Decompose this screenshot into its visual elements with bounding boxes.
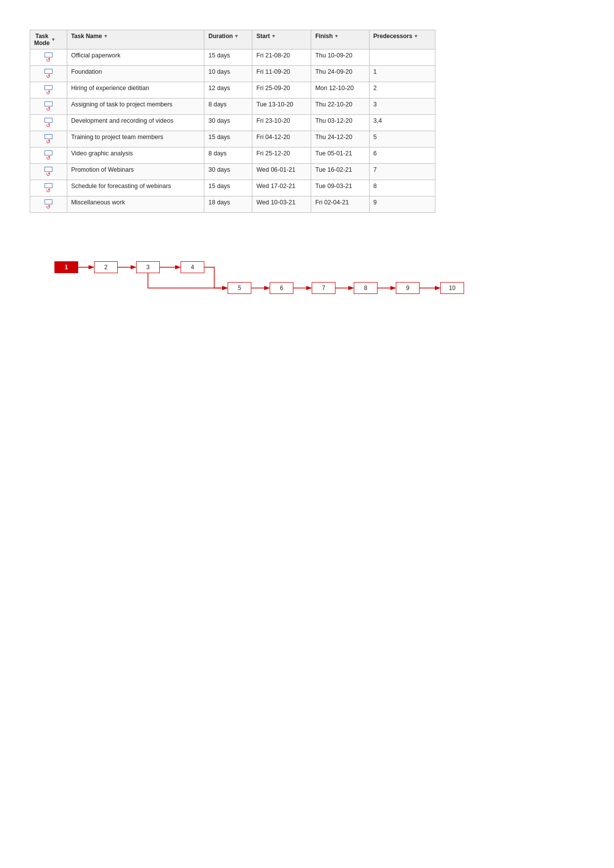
network-node-9: 9: [396, 282, 420, 294]
task-icon-arrow: ↺: [46, 74, 50, 79]
start-dropdown-icon[interactable]: ▼: [272, 34, 276, 39]
predecessors-dropdown-icon[interactable]: ▼: [414, 34, 418, 39]
start-cell: Fri 25-09-20: [252, 82, 311, 98]
duration-cell: 30 days: [204, 115, 252, 131]
task-name-cell: Foundation: [67, 66, 204, 82]
task-icon-arrow: ↺: [46, 90, 50, 96]
col-header-finish[interactable]: Finish ▼: [311, 30, 369, 49]
task-mode-cell: ↺: [30, 180, 67, 196]
network-node-4: 4: [181, 261, 204, 273]
duration-dropdown-icon[interactable]: ▼: [235, 34, 239, 39]
task-mode-cell: ↺: [30, 131, 67, 147]
duration-cell: 12 days: [204, 82, 252, 98]
duration-cell: 15 days: [204, 131, 252, 147]
task-icon-box: [45, 150, 52, 155]
start-label: Start: [256, 33, 270, 40]
task-mode-icon: ↺: [43, 52, 54, 63]
finish-cell: Mon 12-10-20: [311, 82, 369, 98]
duration-cell: 15 days: [204, 180, 252, 196]
task-name-cell: Miscellaneous work: [67, 196, 204, 213]
task-mode-icon: ↺: [43, 85, 54, 96]
finish-cell: Thu 03-12-20: [311, 115, 369, 131]
predecessors-cell: 3,4: [369, 115, 435, 131]
network-node-6: 6: [270, 282, 293, 294]
finish-cell: Thu 24-12-20: [311, 131, 369, 147]
col-header-duration[interactable]: Duration ▼: [204, 30, 252, 49]
network-node-2: 2: [94, 261, 118, 273]
task-icon-box: [45, 52, 52, 57]
task-mode-label: TaskMode: [34, 33, 49, 47]
predecessors-cell: 6: [369, 147, 435, 164]
start-cell: Wed 17-02-21: [252, 180, 311, 196]
network-node-8: 8: [354, 282, 378, 294]
gantt-table: TaskMode ▼ Task Name ▼ Duration ▼ Start: [30, 30, 435, 213]
table-row: ↺ Training to project team members15 day…: [30, 131, 435, 147]
table-row: ↺ Miscellaneous work18 daysWed 10-03-21F…: [30, 196, 435, 213]
network-diagram: 12345678910: [49, 242, 495, 307]
start-cell: Fri 21-08-20: [252, 49, 311, 66]
start-cell: Wed 06-01-21: [252, 164, 311, 180]
task-name-cell: Hiring of experience dietitian: [67, 82, 204, 98]
duration-cell: 15 days: [204, 49, 252, 66]
task-mode-icon: ↺: [43, 101, 54, 112]
task-name-label: Task Name: [71, 33, 102, 40]
task-mode-icon: ↺: [43, 134, 54, 145]
table-row: ↺ Foundation10 daysFri 11-09-20Thu 24-09…: [30, 66, 435, 82]
task-mode-dropdown-icon[interactable]: ▼: [51, 37, 55, 42]
task-name-dropdown-icon[interactable]: ▼: [103, 34, 108, 39]
task-icon-box: [45, 134, 52, 139]
task-mode-cell: ↺: [30, 115, 67, 131]
predecessors-cell: 7: [369, 164, 435, 180]
col-header-predecessors[interactable]: Predecessors ▼: [369, 30, 435, 49]
start-cell: Fri 04-12-20: [252, 131, 311, 147]
task-icon-arrow: ↺: [46, 106, 50, 112]
table-row: ↺ Hiring of experience dietitian12 daysF…: [30, 82, 435, 98]
task-name-cell: Promotion of Webinars: [67, 164, 204, 180]
network-node-1: 1: [54, 261, 78, 273]
task-icon-arrow: ↺: [46, 139, 50, 145]
task-mode-cell: ↺: [30, 164, 67, 180]
predecessors-cell: 5: [369, 131, 435, 147]
duration-label: Duration: [208, 33, 233, 40]
finish-cell: Fri 02-04-21: [311, 196, 369, 213]
start-cell: Fri 11-09-20: [252, 66, 311, 82]
duration-cell: 30 days: [204, 164, 252, 180]
table-row: ↺ Development and recording of videos30 …: [30, 115, 435, 131]
duration-cell: 18 days: [204, 196, 252, 213]
start-cell: Fri 25-12-20: [252, 147, 311, 164]
task-icon-box: [45, 118, 52, 123]
finish-cell: Tue 16-02-21: [311, 164, 369, 180]
finish-cell: Tue 09-03-21: [311, 180, 369, 196]
finish-cell: Thu 24-09-20: [311, 66, 369, 82]
col-header-task-name[interactable]: Task Name ▼: [67, 30, 204, 49]
network-node-10: 10: [440, 282, 464, 294]
task-icon-box: [45, 69, 52, 74]
task-mode-icon: ↺: [43, 150, 54, 161]
predecessors-cell: 3: [369, 98, 435, 115]
task-mode-cell: ↺: [30, 49, 67, 66]
task-icon-arrow: ↺: [46, 57, 50, 63]
network-diagram-svg: [49, 242, 495, 307]
task-mode-icon: ↺: [43, 167, 54, 177]
task-mode-icon: ↺: [43, 183, 54, 193]
task-mode-icon: ↺: [43, 69, 54, 79]
task-name-cell: Training to project team members: [67, 131, 204, 147]
predecessors-label: Predecessors: [374, 33, 413, 40]
start-cell: Fri 23-10-20: [252, 115, 311, 131]
task-mode-cell: ↺: [30, 82, 67, 98]
task-mode-cell: ↺: [30, 66, 67, 82]
network-node-7: 7: [312, 282, 335, 294]
task-icon-arrow: ↺: [46, 123, 50, 128]
task-name-cell: Assigning of task to project members: [67, 98, 204, 115]
task-mode-icon: ↺: [43, 118, 54, 128]
duration-cell: 10 days: [204, 66, 252, 82]
duration-cell: 8 days: [204, 98, 252, 115]
task-icon-arrow: ↺: [46, 172, 50, 177]
col-header-start[interactable]: Start ▼: [252, 30, 311, 49]
table-row: ↺ Official paperwork15 daysFri 21-08-20T…: [30, 49, 435, 66]
finish-dropdown-icon[interactable]: ▼: [334, 34, 338, 39]
network-node-3: 3: [136, 261, 160, 273]
task-icon-box: [45, 183, 52, 188]
col-header-task-mode[interactable]: TaskMode ▼: [30, 30, 67, 49]
table-row: ↺ Schedule for forecasting of webinars15…: [30, 180, 435, 196]
